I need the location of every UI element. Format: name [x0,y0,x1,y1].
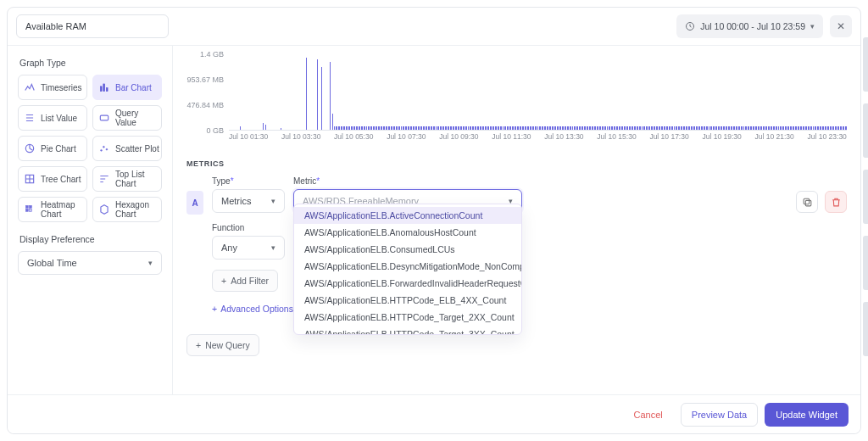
svg-rect-14 [805,200,811,206]
add-filter-button[interactable]: + Add Filter [212,270,278,292]
metric-option[interactable]: AWS/ApplicationELB.ConsumedLCUs [294,241,521,258]
preview-data-button[interactable]: Preview Data [681,403,758,427]
decorative-stripe [863,236,868,290]
x-tick: Jul 10 03:30 [281,132,320,141]
clock-icon [685,21,695,31]
chip-label: Bar Chart [115,83,152,92]
cancel-button[interactable]: Cancel [623,403,674,427]
chip-hexagon[interactable]: Hexagon Chart [92,197,162,222]
type-select-value: Metrics [221,196,251,206]
svg-rect-10 [25,205,28,208]
x-tick: Jul 10 01:30 [229,132,268,141]
x-tick: Jul 10 19:30 [702,132,741,141]
widget-title-input[interactable] [16,14,169,38]
trash-icon [831,197,842,208]
chip-scatter-plot[interactable]: Scatter Plot [92,136,162,161]
chip-heatmap[interactable]: Heatmap Chart [18,197,87,222]
chevron-down-icon: ▾ [810,22,815,31]
svg-rect-2 [103,84,105,92]
y-tick: 0 GB [206,126,224,135]
update-widget-button[interactable]: Update Widget [765,403,849,427]
metric-option[interactable]: AWS/ApplicationELB.HTTPCode_ELB_4XX_Coun… [294,292,521,309]
chip-timeseries[interactable]: Timeseries [18,75,87,100]
x-tick: Jul 10 17:30 [649,132,688,141]
chevron-down-icon: ▾ [271,197,275,205]
copy-icon [802,197,813,208]
x-tick: Jul 10 21:30 [754,132,793,141]
chip-label: Scatter Plot [115,144,159,154]
decorative-stripe [863,103,868,158]
svg-rect-12 [25,209,28,211]
chip-query-value[interactable]: Query Value [92,105,162,131]
graph-type-label: Graph Type [19,58,162,68]
plus-icon: + [212,304,217,314]
advanced-options-label: Advanced Options [220,304,293,314]
x-tick: Jul 10 05:30 [334,132,373,141]
metric-option[interactable]: AWS/ApplicationELB.HTTPCode_Target_3XX_C… [294,326,521,335]
chip-label: Pie Chart [41,144,76,154]
y-tick: 953.67 MB [186,75,224,84]
chip-pie-chart[interactable]: Pie Chart [18,136,87,161]
chip-top-list[interactable]: Top List Chart [92,166,162,192]
delete-query-button[interactable] [825,191,847,213]
x-tick: Jul 10 07:30 [387,132,426,141]
svg-rect-15 [804,198,810,204]
chevron-down-icon: ▾ [271,243,275,252]
heatmap-icon [24,204,36,215]
chart-bar [321,67,322,130]
plus-icon: + [196,340,201,350]
display-preference-select[interactable]: Global Time ▾ [18,251,162,275]
metric-option[interactable]: AWS/ApplicationELB.ForwardedInvalidHeade… [294,275,521,292]
y-tick: 476.84 MB [186,101,224,109]
chart-bar [265,125,266,130]
metric-option[interactable]: AWS/ApplicationELB.HTTPCode_Target_2XX_C… [294,309,521,326]
scatter-icon [98,142,110,154]
list-icon [24,112,36,124]
metric-option[interactable]: AWS/ApplicationELB.ActiveConnectionCount [294,207,521,224]
duplicate-query-button[interactable] [796,191,818,213]
display-preference-value: Global Time [27,258,77,268]
metric-field-label: Metric* [293,176,787,186]
chip-bar-chart[interactable]: Bar Chart [92,75,162,100]
metric-dropdown[interactable]: AWS/ApplicationELB.ActiveConnectionCount… [293,204,522,335]
display-preference-label: Display Preference [19,234,162,244]
function-select[interactable]: Any ▾ [212,236,285,260]
chart-bar [306,58,307,130]
close-button[interactable]: ✕ [830,15,852,37]
metrics-section-label: METRICS [186,159,847,168]
svg-point-8 [106,148,108,150]
decorative-stripe [863,170,868,224]
chip-label: Top List Chart [115,170,161,188]
pie-icon [24,142,36,154]
close-icon: ✕ [837,20,845,32]
type-select[interactable]: Metrics ▾ [212,189,285,213]
metric-option[interactable]: AWS/ApplicationELB.DesyncMitigationMode_… [294,258,521,275]
chip-tree-chart[interactable]: Tree Chart [18,166,87,192]
x-tick: Jul 10 23:30 [808,132,847,141]
svg-point-7 [103,146,104,148]
new-query-button[interactable]: + New Query [186,334,259,356]
advanced-options-link[interactable]: + Advanced Options [212,304,293,314]
add-filter-label: Add Filter [231,276,269,286]
svg-rect-13 [29,209,31,211]
decorative-stripe [863,302,868,356]
x-tick: Jul 10 15:30 [597,132,636,141]
chart-bar [846,126,847,130]
chip-label: Heatmap Chart [41,200,86,219]
chart-bar [330,62,331,130]
chip-label: Tree Chart [41,175,81,184]
hexagon-icon [98,204,110,215]
plus-icon: + [221,276,226,286]
tree-icon [24,173,36,185]
metric-option[interactable]: AWS/ApplicationELB.AnomalousHostCount [294,224,521,241]
svg-rect-1 [100,87,102,92]
chart-bar [317,59,318,130]
query-value-icon [98,112,110,124]
chip-label: List Value [41,114,77,123]
x-tick: Jul 10 09:30 [439,132,478,141]
timeseries-icon [24,81,36,93]
time-range-picker[interactable]: Jul 10 00:00 - Jul 10 23:59 ▾ [676,14,823,38]
chip-list-value[interactable]: List Value [18,105,87,131]
function-value: Any [221,243,237,253]
svg-rect-3 [106,88,108,92]
